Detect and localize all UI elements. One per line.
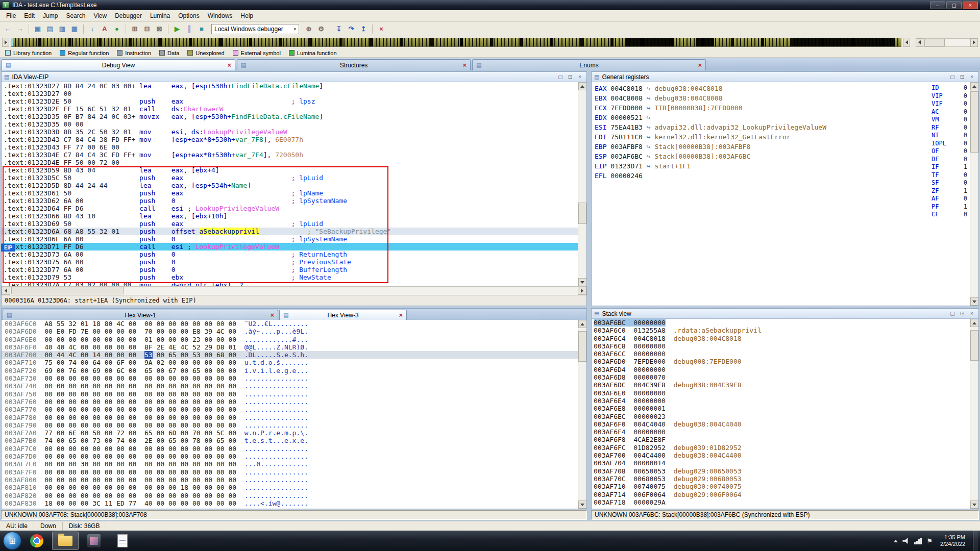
stack-row[interactable]: 003AF6E4 00000000 <box>592 397 978 405</box>
disasm-line[interactable]: .text:01323D2E50push eax ; lpsz <box>2 97 586 105</box>
hex-row[interactable]: 003AF730 00 00 00 00 00 00 00 00 00 00 0… <box>2 374 586 382</box>
panel-maximize-icon[interactable]: ▢ <box>948 73 957 81</box>
tab-hex-view-3[interactable]: ▤Hex View-3× <box>279 310 407 320</box>
taskbar-app-photo-viewer-icon[interactable] <box>81 532 107 550</box>
flag-row[interactable]: ID0 <box>932 84 967 92</box>
hex-row[interactable]: 003AF7A0 77 00 6E 00 50 00 72 00 65 00 6… <box>2 429 586 437</box>
menu-options[interactable]: Options <box>174 11 203 21</box>
taskbar-app-notepad-icon[interactable] <box>109 532 136 550</box>
follow-arrow-icon[interactable]: ↪ <box>647 104 651 112</box>
navigation-band[interactable] <box>11 38 901 47</box>
jump-back-icon[interactable]: ← <box>2 23 13 35</box>
stack-list[interactable]: 003AF6BC 00000000003AF6C0 013255A8 .rdat… <box>592 319 978 509</box>
stack-row[interactable]: 003AF6EC 00000023 <box>592 413 978 420</box>
desktops-icon[interactable]: ▦ <box>69 23 80 35</box>
tab-enums[interactable]: ▤Enums× <box>472 59 706 70</box>
flag-row[interactable]: VIF0 <box>932 100 967 108</box>
flag-row[interactable]: AC0 <box>932 108 967 116</box>
disasm-line[interactable]: .text:01323D4EC7 84 C4 3C FD FF+mov [esp… <box>2 151 586 159</box>
stack-row[interactable]: 003AF714 006F0064 debug029:006F0064 <box>592 491 978 498</box>
stack-row[interactable]: 003AF6F8 4CAE2E8F <box>592 436 978 443</box>
hex-row[interactable]: 003AF7D0 00 00 00 00 00 00 00 00 00 00 0… <box>2 453 586 460</box>
menu-debugger[interactable]: Debugger <box>111 11 146 21</box>
disasm-panel-titlebar[interactable]: ▤ IDA View-EIP ▢ ⊡ × <box>2 72 586 82</box>
open-subview-icon[interactable]: ▣ <box>32 23 43 35</box>
taskbar-clock[interactable]: 1:35 PM 2/24/2022 <box>940 534 965 547</box>
scroll-down-button[interactable] <box>970 297 979 306</box>
stack-row[interactable]: 003AF6F0 004C4040 debug038:004C4040 <box>592 420 978 428</box>
disasm-line[interactable]: .text:01323D64FF D6call esi ; LookupPriv… <box>2 205 586 212</box>
stack-row[interactable]: 003AF6FC 01D82952 debug039:01D82952 <box>592 444 978 452</box>
hex-row[interactable]: 003AF7B0 74 00 65 00 73 00 74 00 2E 00 6… <box>2 437 586 444</box>
flag-row[interactable]: ZF1 <box>932 187 967 195</box>
register-row[interactable]: EIP 01323D71 ↪ start+1F1 <box>592 161 978 171</box>
navband-scroll-left-button[interactable] <box>2 38 9 47</box>
volume-icon[interactable] <box>902 538 910 544</box>
stack-row[interactable]: 003AF6C4 004C8018 debug038:004C8018 <box>592 335 978 342</box>
hex-row[interactable]: 003AF6D0 00 E0 FD 7E 00 00 00 00 70 00 0… <box>2 328 586 335</box>
stack-row[interactable]: 003AF6D4 00000000 <box>592 366 978 373</box>
scroll-track[interactable] <box>10 287 578 295</box>
disassembly-listing[interactable]: .text:01323D278D 84 24 0C 03 00+lea eax,… <box>2 82 586 286</box>
start-button[interactable]: ⊞ <box>3 532 21 550</box>
tab-debug-view[interactable]: ▤Debug View× <box>2 59 235 70</box>
flag-row[interactable]: AF0 <box>932 195 967 203</box>
taskbar-app-chrome-icon[interactable] <box>23 532 50 550</box>
delete-breakpoint-icon[interactable]: ⊠ <box>154 23 165 35</box>
register-row[interactable]: ESI 75EA41B3 ↪ advapi32.dll:advapi32_Loo… <box>592 122 978 132</box>
panel-maximize-icon[interactable]: ▢ <box>556 73 565 81</box>
scroll-down-button[interactable] <box>578 278 587 286</box>
disasm-line[interactable]: .text:01323D43FF 77 00 6E 00 <box>2 143 586 151</box>
stack-row[interactable]: 003AF6DC 004C39E8 debug038:004C39E8 <box>592 381 978 389</box>
scroll-right-button[interactable] <box>578 287 586 295</box>
hex-row[interactable]: 003AF820 00 00 00 00 00 00 00 00 00 00 0… <box>2 492 586 499</box>
follow-arrow-icon[interactable]: ↪ <box>647 133 651 141</box>
stack-row[interactable]: 003AF6BC 00000000 <box>592 319 978 327</box>
step-over-icon[interactable]: ↷ <box>346 23 357 35</box>
disasm-horizontal-scrollbar[interactable] <box>2 286 586 295</box>
hex-row[interactable]: 003AF7F0 00 00 00 00 00 00 00 00 00 00 0… <box>2 468 586 476</box>
disasm-line[interactable]: .text:01323D668D 43 10lea eax, [ebx+10h] <box>2 212 586 220</box>
follow-arrow-icon[interactable]: ↪ <box>647 143 651 151</box>
stack-row[interactable]: 003AF6D0 7EFDE000 debug008:7EFDE000 <box>592 358 978 365</box>
disasm-line[interactable]: .text:01323D5D8D 44 24 44lea eax, [esp+5… <box>2 182 586 189</box>
stack-row[interactable]: 003AF700 004C4400 debug038:004C4400 <box>592 452 978 459</box>
hex-row[interactable]: 003AF830 18 00 00 00 3C 11 ED 77 40 00 0… <box>2 499 586 507</box>
flag-row[interactable]: NT0 <box>932 132 967 140</box>
disasm-line[interactable]: .text:01323D7953push ebx ; NewState <box>2 273 586 281</box>
run-until-return-icon[interactable]: ↥ <box>358 23 369 35</box>
hex-row[interactable]: 003AF780 00 00 00 00 00 00 00 00 00 00 0… <box>2 414 586 421</box>
hex-row[interactable]: 003AF800 00 00 00 00 00 00 00 00 00 00 0… <box>2 476 586 484</box>
hex-row[interactable]: 003AF7E0 00 00 00 30 00 00 00 00 00 00 0… <box>2 460 586 468</box>
jump-forward-icon[interactable]: → <box>14 23 26 35</box>
scroll-thumb[interactable] <box>578 331 586 362</box>
registers-list[interactable]: EAX 004C8018 ↪ debug038:004C8018EBX 004C… <box>592 82 978 306</box>
network-icon[interactable] <box>914 538 922 544</box>
scroll-thumb[interactable] <box>11 287 124 294</box>
hex-row[interactable]: 003AF720 69 00 76 00 69 00 6C 00 65 00 6… <box>2 367 586 374</box>
disasm-line[interactable]: .text:01323D756A 00push 0 ; PreviousStat… <box>2 258 586 266</box>
navband-zoom-left-button[interactable] <box>916 38 923 47</box>
hex-row[interactable]: 003AF6F0 40 40 4C 00 00 00 00 00 8F 2E 4… <box>2 343 586 351</box>
registers-vertical-scrollbar[interactable] <box>970 82 978 306</box>
register-row[interactable]: EFL 00000246 <box>592 171 978 181</box>
edit-breakpoint-icon[interactable]: ⊟ <box>141 23 153 35</box>
stack-row[interactable]: 003AF718 0000029A <box>592 498 978 506</box>
stack-row[interactable]: 003AF6C0 013255A8 .rdata:aSebackupprivil <box>592 327 978 334</box>
add-breakpoint-icon[interactable]: ⊞ <box>129 23 140 35</box>
follow-arrow-icon[interactable]: ↪ <box>647 123 651 131</box>
disasm-line[interactable]: .text:01323D7AC7 03 02 00 00 00mov dword… <box>2 281 586 286</box>
disasm-line[interactable]: .text:01323D5C50push eax ; lpLuid <box>2 174 586 182</box>
stop-process-icon[interactable]: ■ <box>196 23 207 35</box>
panel-float-icon[interactable]: ⊡ <box>958 73 966 81</box>
menu-jump[interactable]: Jump <box>39 11 62 21</box>
scroll-up-button[interactable] <box>578 82 587 90</box>
scroll-thumb[interactable] <box>578 203 586 224</box>
flag-row[interactable]: TF0 <box>932 171 967 180</box>
disasm-line[interactable]: .text:01323D3D8B 35 2C 50 32 01mov esi, … <box>2 128 586 136</box>
hex-row[interactable]: 003AF770 00 00 00 00 00 00 00 00 00 00 0… <box>2 406 586 413</box>
flag-row[interactable]: VM0 <box>932 116 967 124</box>
hex-row[interactable]: 003AF6E0 00 00 00 00 00 00 00 00 01 00 0… <box>2 336 586 343</box>
flag-row[interactable]: CF0 <box>932 211 967 219</box>
registers-panel-titlebar[interactable]: ▤ General registers ▢ ⊡ × <box>592 72 978 82</box>
